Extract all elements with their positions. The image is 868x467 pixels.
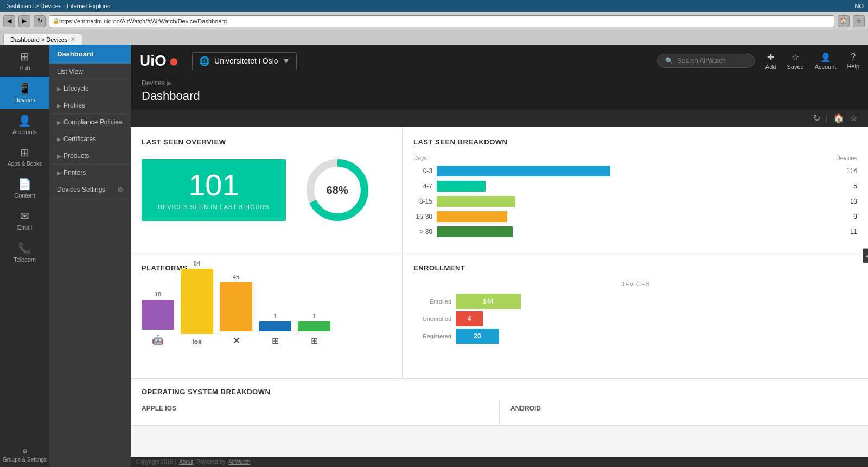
breakdown-bar-4 (437, 226, 513, 237)
refresh-button[interactable]: ↻ (34, 15, 46, 27)
forward-button[interactable]: ▶ (18, 15, 30, 27)
sidebar-item-telecom[interactable]: 📞 Telecom (0, 236, 49, 268)
nav-compliance[interactable]: ▶ Compliance Policies (49, 114, 131, 131)
browser-tab[interactable]: Dashboard > Devices ✕ (3, 34, 82, 45)
help-button[interactable]: ? Help (847, 52, 859, 70)
breakdown-label-1: 4-7 (413, 182, 432, 190)
profiles-arrow: ▶ (57, 103, 61, 109)
sidebar-item-groups[interactable]: ⚙ Groups & Settings (0, 444, 49, 467)
saved-button[interactable]: ☆ Saved (787, 52, 803, 70)
breakdown-row-1: 4-7 5 (413, 181, 857, 192)
w7-bar (259, 321, 291, 331)
unenrolled-bar: 4 (456, 311, 483, 326)
hub-icon: ⊞ (20, 50, 29, 63)
home-icon[interactable]: 🏠 (833, 113, 844, 123)
account-button[interactable]: 👤 Account (815, 52, 837, 70)
search-icon: 🔍 (665, 57, 673, 65)
enrollment-chart: DEVICES Enrolled 144 Unenrolled 4 Regist… (413, 281, 857, 344)
enrollment-devices-label: DEVICES (620, 281, 650, 287)
add-icon: ✚ (767, 52, 774, 62)
row-last-seen: LAST SEEN OVERVIEW 101 DEVICES SEEN IN L… (131, 127, 868, 253)
tab-close[interactable]: ✕ (71, 36, 75, 43)
sidebar-item-email[interactable]: ✉ Email (0, 204, 49, 236)
products-arrow: ▶ (57, 153, 61, 159)
nav-devices-settings[interactable]: Devices Settings ⚙ (49, 181, 131, 198)
breakdown-label-3: 16-30 (413, 213, 432, 220)
globe-icon: 🌐 (199, 56, 210, 66)
account-icon: 👤 (820, 52, 831, 62)
content-icon: 📄 (18, 178, 31, 191)
breakdown-bar-container-3 (437, 211, 837, 222)
sidebar-item-hub-label: Hub (19, 65, 30, 71)
sidebar-item-apps[interactable]: ⊞ Apps & Books (0, 141, 49, 172)
favorites-button[interactable]: ☆ (853, 15, 865, 27)
breadcrumb: Devices ▶ (142, 79, 857, 87)
nav-list-view-label: List View (57, 68, 83, 75)
sidebar-item-content-label: Content (14, 192, 35, 199)
android-icon: 🤖 (152, 334, 164, 346)
breakdown-bar-container-0 (437, 166, 837, 176)
certificates-arrow: ▶ (57, 136, 61, 142)
w7-icon: ⊞ (272, 336, 279, 346)
back-button[interactable]: ◀ (3, 15, 15, 27)
nav-products[interactable]: ▶ Products (49, 148, 131, 165)
lifecycle-arrow: ▶ (57, 86, 61, 92)
nav-printers[interactable]: ▶ Printers (49, 165, 131, 181)
url-bar[interactable]: 🔒 https://emmadm.uio.no/AirWatch/#/AirWa… (49, 15, 834, 27)
sidebar-item-email-label: Email (17, 224, 33, 231)
donut-label: 68% (327, 184, 348, 197)
browser-title: Dashboard > Devices - Internet Explorer (4, 3, 111, 9)
search-placeholder: Search AirWatch (678, 57, 726, 65)
sidebar-item-groups-label: Groups & Settings (3, 457, 47, 463)
nav-profiles[interactable]: ▶ Profiles (49, 97, 131, 114)
breakdown-count-2: 10 (841, 198, 857, 205)
os-breakdown-title: OPERATING SYSTEM BREAKDOWN (131, 379, 868, 400)
enrollment-title: ENROLLMENT (413, 264, 857, 272)
breakdown-row-4: > 30 11 (413, 226, 857, 237)
nav-certificates[interactable]: ▶ Certificates (49, 131, 131, 148)
sidebar-item-devices-label: Devices (14, 97, 35, 103)
home-button[interactable]: 🏠 (838, 15, 850, 27)
unenrolled-label: Unenrolled (413, 315, 451, 322)
footer-about-link[interactable]: About (179, 459, 193, 465)
add-button[interactable]: ✚ Add (765, 52, 776, 70)
refresh-icon[interactable]: ↻ (813, 113, 820, 123)
platforms-section: PLATFORMS 18 🤖 84 ios (131, 253, 402, 378)
os-column-android: ANDROID (500, 400, 868, 425)
nav-profiles-label: Profiles (63, 102, 85, 109)
search-bar[interactable]: 🔍 Search AirWatch (657, 54, 755, 68)
big-stat-label: DEVICES SEEN IN LAST 8 HOURS (158, 204, 270, 210)
compliance-arrow: ▶ (57, 119, 61, 125)
logo-text: UiO (139, 52, 167, 70)
platform-android: 18 🤖 (142, 291, 174, 346)
sidebar-item-content[interactable]: 📄 Content (0, 172, 49, 204)
org-selector[interactable]: 🌐 Universitetet i Oslo ▼ (192, 52, 297, 70)
breakdown-count-0: 114 (841, 167, 857, 175)
star-icon[interactable]: ☆ (850, 113, 857, 123)
nav-list-view[interactable]: List View (49, 64, 131, 80)
sidebar-item-hub[interactable]: ⊞ Hub (0, 45, 49, 77)
page-header-actions: ↻ | 🏠 ☆ (813, 113, 857, 123)
footer-powered: Powered by (196, 459, 225, 465)
browser-titlebar: Dashboard > Devices - Internet Explorer … (0, 0, 868, 12)
ios-icon: ios (192, 338, 201, 346)
saved-icon: ☆ (792, 52, 799, 62)
collapse-button[interactable]: ◀ (863, 249, 868, 263)
nav-lifecycle-label: Lifecycle (63, 85, 89, 92)
printers-arrow: ▶ (57, 170, 61, 176)
browser-tab-bar: Dashboard > Devices ✕ (0, 30, 868, 45)
enrollment-row-registered: Registered 20 (413, 329, 499, 344)
url-text: https://emmadm.uio.no/AirWatch/#/AirWatc… (59, 18, 227, 24)
footer-airwatch-link[interactable]: AirWatch (228, 459, 250, 465)
big-stat-box: 101 DEVICES SEEN IN LAST 8 HOURS (142, 159, 286, 221)
platform-wp: 1 ⊞ (298, 313, 330, 346)
sidebar-item-devices[interactable]: 📱 Devices (0, 77, 49, 109)
breakdown-row-3: 16-30 9 (413, 211, 857, 222)
enrollment-section: ENROLLMENT DEVICES Enrolled 144 Unenroll… (403, 253, 868, 378)
nav-lifecycle[interactable]: ▶ Lifecycle (49, 80, 131, 97)
sidebar-item-accounts[interactable]: 👤 Accounts (0, 109, 49, 141)
tab-label: Dashboard > Devices (10, 36, 67, 43)
secondary-nav-header: Dashboard (49, 45, 131, 64)
wp-bar (298, 321, 330, 331)
osx-bar (220, 282, 252, 331)
